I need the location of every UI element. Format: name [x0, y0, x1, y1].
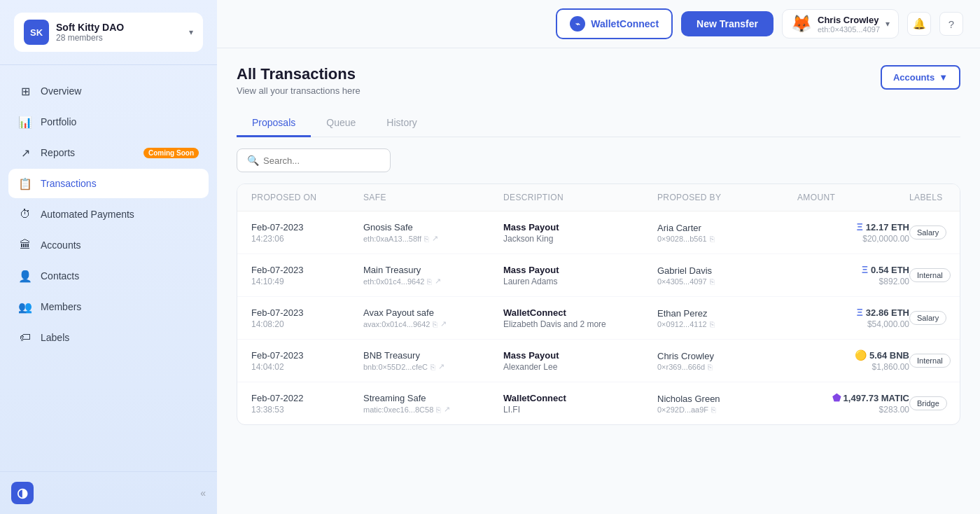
copy-icon[interactable]: ⎘: [430, 363, 435, 371]
coin-icon: Ξ: [862, 264, 868, 275]
label-badge: Bridge: [909, 396, 947, 410]
label-badge: Salary: [909, 225, 946, 239]
cell-safe-3: BNB Treasury bnb:0×55D2...cfeC ⎘ ↗: [363, 350, 503, 371]
portfolio-icon: 📊: [18, 115, 32, 129]
sidebar-item-label: Portfolio: [41, 116, 76, 127]
copy-addr-icon[interactable]: ⎘: [711, 405, 716, 414]
collapse-button[interactable]: «: [200, 487, 206, 499]
coin-icon: ⬟: [832, 392, 841, 403]
cell-date-0: Feb-07-2023 14:23:06: [251, 222, 363, 244]
copy-addr-icon[interactable]: ⎘: [710, 320, 715, 328]
topbar: ⌁ WalletConnect New Transfer 🦊 Chris Cro…: [217, 0, 980, 48]
wallet-connect-button[interactable]: ⌁ WalletConnect: [556, 8, 673, 39]
accounts-filter-button[interactable]: Accounts ▼: [881, 65, 960, 90]
user-info[interactable]: 🦊 Chris Crowley eth:0×4305...4097 ▾: [782, 9, 899, 39]
user-avatar: 🦊: [791, 14, 812, 34]
cell-amount-4: ⬟ 1,497.73 MATIC $283.00: [797, 392, 909, 415]
cell-label-0: Salary: [909, 225, 960, 239]
col-header-description: Description: [503, 193, 657, 202]
main-content: ⌁ WalletConnect New Transfer 🦊 Chris Cro…: [217, 0, 980, 514]
sidebar-item-label: Contacts: [41, 270, 79, 282]
org-members: 28 members: [56, 33, 182, 43]
table-row[interactable]: Feb-07-2023 14:23:06 Gnosis Safe eth:0xa…: [237, 211, 960, 254]
sidebar-item-portfolio[interactable]: 📊 Portfolio: [8, 107, 209, 137]
accounts-icon: 🏛: [18, 238, 32, 252]
sidebar-item-label: Labels: [41, 332, 69, 343]
help-button[interactable]: ?: [939, 12, 963, 36]
cell-safe-1: Main Treasury eth:0x01c4...9642 ⎘ ↗: [363, 265, 503, 286]
label-badge: Salary: [909, 311, 946, 325]
col-header-safe: Safe: [363, 193, 503, 202]
cell-date-4: Feb-07-2022 13:38:53: [251, 393, 363, 415]
copy-icon[interactable]: ⎘: [433, 320, 438, 328]
tab-proposals[interactable]: Proposals: [237, 110, 311, 137]
transactions-icon: 📋: [18, 176, 32, 190]
tabs: ProposalsQueueHistory: [237, 110, 960, 137]
sidebar-item-members[interactable]: 👥 Members: [8, 292, 209, 321]
sidebar-item-label: Transactions: [41, 178, 97, 189]
automated-payments-icon: ⏱: [18, 207, 32, 221]
coin-icon: Ξ: [857, 307, 863, 318]
transactions-table: Proposed OnSafeDescriptionProposed ByAmo…: [237, 183, 960, 425]
table-row[interactable]: Feb-07-2022 13:38:53 Streaming Safe mati…: [237, 382, 960, 424]
page-subtitle: View all your transactions here: [237, 85, 360, 96]
sidebar: SK Soft Kitty DAO 28 members ▾ ⊞ Overvie…: [0, 0, 217, 514]
coin-icon: Ξ: [857, 221, 863, 232]
external-link-icon[interactable]: ↗: [432, 234, 438, 243]
search-input[interactable]: [263, 155, 380, 166]
copy-addr-icon[interactable]: ⎘: [710, 277, 715, 286]
cell-amount-0: Ξ 12.17 ETH $20,0000.00: [797, 221, 909, 244]
table-header: Proposed OnSafeDescriptionProposed ByAmo…: [237, 184, 960, 211]
cell-proposer-4: Nicholas Green 0×292D...aa9F ⎘: [657, 394, 797, 414]
sidebar-item-overview[interactable]: ⊞ Overview: [8, 76, 209, 106]
table-row[interactable]: Feb-07-2023 14:10:49 Main Treasury eth:0…: [237, 254, 960, 297]
new-transfer-button[interactable]: New Transfer: [681, 11, 774, 36]
notifications-button[interactable]: 🔔: [907, 12, 931, 36]
sidebar-item-labels[interactable]: 🏷 Labels: [8, 323, 209, 352]
content-area: All Transactions View all your transacti…: [217, 48, 980, 514]
user-chevron-icon: ▾: [886, 19, 890, 29]
external-link-icon[interactable]: ↗: [438, 362, 444, 371]
copy-addr-icon[interactable]: ⎘: [708, 363, 713, 371]
sidebar-nav: ⊞ Overview 📊 Portfolio ↗ Reports Coming …: [0, 65, 217, 471]
sidebar-header: SK Soft Kitty DAO 28 members ▾: [0, 0, 217, 65]
cell-safe-4: Streaming Safe matic:0xec16...8C58 ⎘ ↗: [363, 393, 503, 414]
coin-icon: 🟡: [855, 349, 867, 361]
external-link-icon[interactable]: ↗: [440, 319, 447, 328]
col-header-proposed_by: Proposed By: [657, 193, 797, 202]
cell-label-3: Internal: [909, 354, 960, 368]
table-row[interactable]: Feb-07-2023 14:08:20 Avax Payout safe av…: [237, 297, 960, 340]
cell-amount-2: Ξ 32.86 ETH $54,000.00: [797, 307, 909, 329]
sidebar-item-label: Automated Payments: [41, 209, 134, 220]
filter-icon: ▼: [939, 72, 948, 83]
org-selector[interactable]: SK Soft Kitty DAO 28 members ▾: [14, 13, 203, 52]
org-info: Soft Kitty DAO 28 members: [56, 22, 182, 43]
tab-history[interactable]: History: [371, 110, 433, 137]
cell-label-2: Salary: [909, 311, 960, 325]
org-avatar: SK: [24, 20, 49, 45]
external-link-icon[interactable]: ↗: [435, 277, 441, 286]
sidebar-item-reports[interactable]: ↗ Reports Coming Soon: [8, 138, 209, 167]
external-link-icon[interactable]: ↗: [444, 405, 450, 414]
members-icon: 👥: [18, 300, 32, 314]
copy-icon[interactable]: ⎘: [436, 405, 441, 414]
copy-addr-icon[interactable]: ⎘: [710, 235, 715, 243]
col-header-proposed_on: Proposed On: [251, 193, 363, 202]
copy-icon[interactable]: ⎘: [424, 235, 429, 243]
cell-safe-0: Gnosis Safe eth:0xaA13...58ff ⎘ ↗: [363, 222, 503, 243]
search-icon: 🔍: [247, 155, 259, 166]
sidebar-footer: ◑ «: [0, 471, 217, 514]
cell-proposer-1: Gabriel Davis 0×4305...4097 ⎘: [657, 265, 797, 286]
sidebar-item-automated-payments[interactable]: ⏱ Automated Payments: [8, 200, 209, 229]
copy-icon[interactable]: ⎘: [427, 277, 432, 286]
sidebar-item-contacts[interactable]: 👤 Contacts: [8, 261, 209, 291]
cell-amount-3: 🟡 5.64 BNB $1,860.00: [797, 349, 909, 372]
tab-queue[interactable]: Queue: [311, 110, 371, 137]
cell-proposer-2: Ethan Perez 0×0912...4112 ⎘: [657, 308, 797, 328]
col-header-amount: Amount: [797, 193, 909, 202]
sidebar-item-label: Accounts: [41, 239, 81, 251]
table-row[interactable]: Feb-07-2023 14:04:02 BNB Treasury bnb:0×…: [237, 340, 960, 382]
sidebar-item-accounts[interactable]: 🏛 Accounts: [8, 230, 209, 260]
cell-amount-1: Ξ 0.54 ETH $892.00: [797, 264, 909, 286]
sidebar-item-transactions[interactable]: 📋 Transactions: [8, 169, 209, 198]
